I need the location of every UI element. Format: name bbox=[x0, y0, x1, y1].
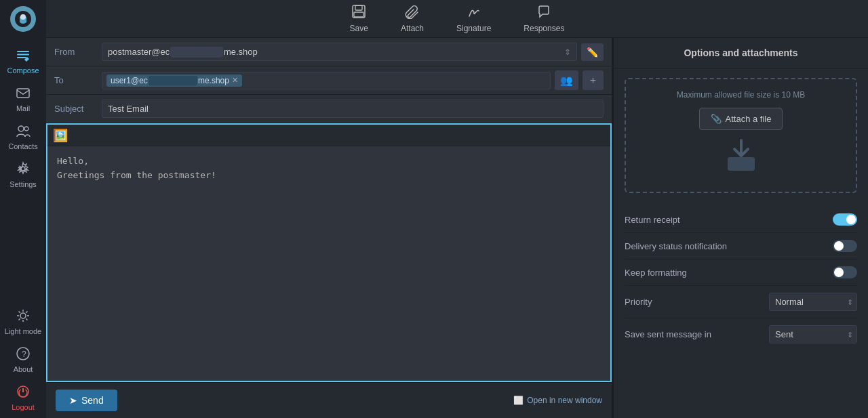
to-label: To bbox=[54, 75, 102, 85]
max-file-size-text: Maximum allowed file size is 10 MB bbox=[637, 90, 845, 100]
mail-icon bbox=[16, 85, 31, 102]
attach-button[interactable]: Attach bbox=[395, 1, 429, 36]
svg-rect-23 bbox=[355, 5, 362, 10]
logout-icon bbox=[16, 384, 31, 401]
delivery-status-label: Delivery status notification bbox=[625, 241, 727, 251]
svg-rect-5 bbox=[17, 89, 29, 98]
svg-rect-2 bbox=[17, 57, 26, 58]
from-value: postmaster@ec████████me.shop bbox=[108, 47, 258, 57]
paperclip-icon: 📎 bbox=[711, 114, 722, 124]
delivery-status-row: Delivery status notification bbox=[625, 233, 857, 259]
priority-select[interactable]: Normal High Low bbox=[769, 293, 857, 311]
sidebar-item-about-label: About bbox=[14, 365, 33, 373]
svg-point-7 bbox=[24, 127, 28, 131]
save-icon bbox=[351, 4, 366, 22]
right-panel: Options and attachments Maximum allowed … bbox=[614, 38, 868, 418]
subject-input[interactable] bbox=[102, 100, 604, 118]
compose-area: From postmaster@ec████████me.shop ⇕ ✏️ T… bbox=[46, 38, 614, 418]
main-area: Save Attach Signature R bbox=[46, 0, 868, 418]
image-icon[interactable]: 🖼️ bbox=[53, 128, 68, 143]
keep-formatting-toggle[interactable] bbox=[833, 266, 857, 278]
gear-icon bbox=[16, 161, 31, 178]
editor-container: 🖼️ Hello, Greetings from the postmaster! bbox=[46, 123, 612, 382]
sidebar-item-settings[interactable]: Settings bbox=[0, 154, 46, 192]
sidebar-item-about[interactable]: ? About bbox=[0, 339, 46, 377]
sidebar-item-compose[interactable]: Compose bbox=[0, 41, 46, 79]
save-button[interactable]: Save bbox=[344, 1, 374, 36]
sidebar-logo bbox=[0, 0, 46, 38]
to-tag-value: user1@ec████████me.shop bbox=[111, 76, 229, 85]
right-panel-body: Maximum allowed file size is 10 MB 📎 Att… bbox=[614, 68, 868, 418]
save-sent-row: Save sent message in Sent Drafts bbox=[625, 318, 857, 350]
signature-button[interactable]: Signature bbox=[451, 1, 496, 36]
sidebar-nav: Compose Mail Contacts bbox=[0, 38, 46, 301]
to-tag: user1@ec████████me.shop ✕ bbox=[106, 75, 242, 87]
content-row: From postmaster@ec████████me.shop ⇕ ✏️ T… bbox=[46, 38, 868, 418]
dropzone: Maximum allowed file size is 10 MB 📎 Att… bbox=[625, 78, 857, 193]
from-label: From bbox=[54, 47, 102, 57]
svg-rect-24 bbox=[354, 12, 363, 17]
save-label: Save bbox=[350, 24, 368, 33]
svg-text:?: ? bbox=[22, 350, 26, 359]
priority-select-wrapper: Normal High Low bbox=[769, 293, 857, 311]
edit-from-button[interactable]: ✏️ bbox=[581, 43, 604, 61]
attach-label: Attach bbox=[401, 24, 424, 33]
attach-icon bbox=[405, 4, 420, 22]
attach-file-label: Attach a file bbox=[726, 114, 772, 124]
svg-point-1 bbox=[20, 14, 26, 20]
sidebar-item-mail[interactable]: Mail bbox=[0, 79, 46, 117]
to-tag-remove[interactable]: ✕ bbox=[232, 76, 238, 85]
right-panel-title: Options and attachments bbox=[684, 47, 797, 58]
sidebar-item-compose-label: Compose bbox=[7, 66, 39, 75]
sidebar-item-settings-label: Settings bbox=[9, 180, 37, 188]
save-sent-select[interactable]: Sent Drafts bbox=[769, 325, 857, 343]
sidebar-item-contacts-label: Contacts bbox=[8, 142, 37, 150]
delivery-status-toggle[interactable] bbox=[833, 240, 857, 252]
from-select[interactable]: postmaster@ec████████me.shop ⇕ bbox=[102, 43, 577, 61]
compose-bottom: ➤ Send ⬜ Open in new window bbox=[46, 382, 612, 418]
sidebar-item-logout[interactable]: Logout bbox=[0, 377, 46, 415]
attach-file-button[interactable]: 📎 Attach a file bbox=[699, 108, 783, 130]
open-new-window-icon: ⬜ bbox=[513, 396, 524, 405]
sidebar-item-light-mode[interactable]: Light mode bbox=[0, 301, 46, 339]
svg-rect-4 bbox=[17, 54, 29, 56]
sidebar-bottom: Light mode ? About Logout bbox=[0, 301, 46, 418]
right-panel-header: Options and attachments bbox=[614, 38, 868, 68]
add-recipient-button[interactable]: ＋ bbox=[583, 70, 604, 90]
about-icon: ? bbox=[16, 346, 31, 363]
sidebar: Compose Mail Contacts bbox=[0, 0, 46, 418]
app-logo bbox=[10, 6, 36, 32]
svg-line-16 bbox=[26, 312, 27, 313]
svg-point-6 bbox=[18, 126, 24, 131]
toolbar: Save Attach Signature R bbox=[46, 0, 868, 38]
sidebar-item-contacts[interactable]: Contacts bbox=[0, 117, 46, 154]
to-field[interactable]: user1@ec████████me.shop ✕ bbox=[102, 72, 551, 89]
send-icon: ➤ bbox=[69, 395, 77, 406]
svg-line-15 bbox=[26, 318, 27, 320]
open-new-window-button[interactable]: ⬜ Open in new window bbox=[513, 396, 602, 405]
subject-label: Subject bbox=[54, 104, 102, 114]
save-sent-label: Save sent message in bbox=[625, 329, 711, 339]
signature-label: Signature bbox=[456, 24, 491, 33]
editor-toolbar: 🖼️ bbox=[47, 125, 610, 146]
open-new-window-label: Open in new window bbox=[527, 396, 602, 405]
to-field-row: To user1@ec████████me.shop ✕ 👥 ＋ bbox=[46, 66, 612, 95]
send-button[interactable]: ➤ Send bbox=[56, 390, 117, 411]
responses-icon bbox=[536, 4, 551, 22]
return-receipt-toggle[interactable] bbox=[833, 213, 857, 226]
send-label: Send bbox=[81, 395, 104, 406]
sidebar-item-mail-label: Mail bbox=[16, 104, 30, 112]
responses-label: Responses bbox=[524, 24, 564, 33]
from-field-row: From postmaster@ec████████me.shop ⇕ ✏️ bbox=[46, 38, 612, 66]
from-arrows-icon[interactable]: ⇕ bbox=[564, 47, 571, 57]
return-receipt-row: Return receipt bbox=[625, 207, 857, 233]
to-actions: 👥 ＋ bbox=[555, 70, 604, 90]
return-receipt-label: Return receipt bbox=[625, 215, 680, 225]
svg-line-17 bbox=[19, 318, 20, 320]
sidebar-item-light-mode-label: Light mode bbox=[5, 327, 41, 335]
responses-button[interactable]: Responses bbox=[518, 1, 570, 36]
add-contact-button[interactable]: 👥 bbox=[555, 70, 578, 90]
editor-body[interactable]: Hello, Greetings from the postmaster! bbox=[47, 146, 610, 381]
save-sent-select-wrapper: Sent Drafts bbox=[769, 325, 857, 343]
signature-icon bbox=[467, 4, 481, 22]
